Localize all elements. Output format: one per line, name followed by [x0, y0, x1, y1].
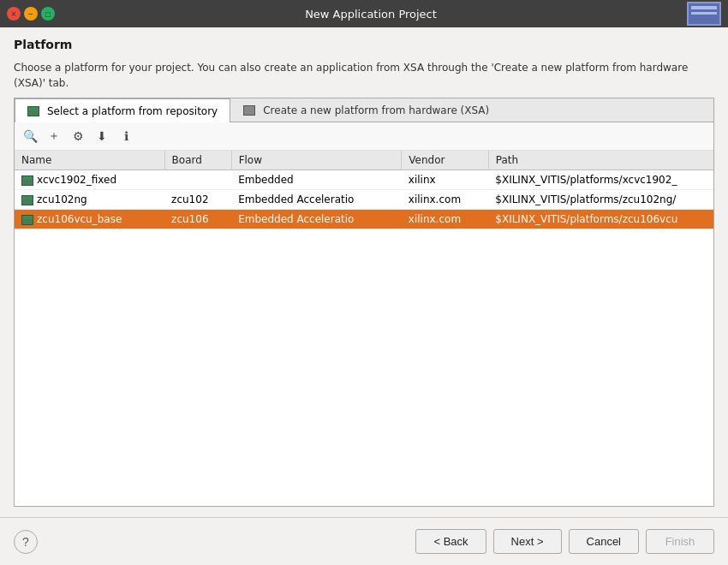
minimize-button[interactable]: −	[24, 7, 38, 21]
maximize-button[interactable]: □	[41, 7, 55, 21]
next-button[interactable]: Next >	[493, 529, 562, 554]
table-row[interactable]: zcu106vcu_basezcu106Embedded Acceleratio…	[15, 210, 713, 229]
cell-board: zcu106	[164, 210, 231, 229]
row-platform-icon	[21, 175, 33, 186]
close-button[interactable]: ×	[7, 7, 21, 21]
table-header-row: Name Board Flow Vendor Path	[15, 151, 713, 170]
col-header-path: Path	[488, 151, 713, 170]
window: × − □ New Application Project Platform C…	[0, 0, 728, 565]
section-title: Platform	[14, 38, 714, 51]
cell-name: zcu106vcu_base	[15, 210, 164, 229]
footer: ? < Back Next > Cancel Finish	[0, 517, 728, 565]
cell-vendor: xilinx.com	[402, 190, 488, 210]
cell-path: $XILINX_VITIS/platforms/zcu106vcu	[488, 210, 713, 229]
back-button[interactable]: < Back	[415, 529, 486, 554]
cell-name: xcvc1902_fixed	[15, 170, 164, 190]
cell-name: zcu102ng	[15, 190, 164, 210]
col-header-flow: Flow	[231, 151, 402, 170]
main-content: Platform Choose a platform for your proj…	[0, 27, 728, 517]
row-platform-icon	[21, 215, 33, 225]
info-button[interactable]: ℹ	[116, 126, 136, 146]
search-button[interactable]: 🔍	[20, 126, 40, 146]
table-row[interactable]: xcvc1902_fixedEmbeddedxilinx$XILINX_VITI…	[15, 170, 713, 190]
col-header-name: Name	[15, 151, 164, 170]
help-button[interactable]: ?	[14, 530, 38, 554]
tab-select-platform-icon	[27, 106, 39, 116]
cell-flow: Embedded	[231, 170, 402, 190]
table-toolbar: 🔍 ＋ ⚙ ⬇ ℹ	[15, 122, 713, 151]
cell-flow: Embedded Acceleratio	[231, 210, 402, 229]
tab-bar: Select a platform from repository Create…	[15, 98, 713, 122]
cell-path: $XILINX_VITIS/platforms/zcu102ng/	[488, 190, 713, 210]
cancel-button[interactable]: Cancel	[569, 529, 639, 554]
tab-create-platform-label: Create a new platform from hardware (XSA…	[263, 104, 489, 116]
window-icon	[687, 2, 721, 26]
titlebar: × − □ New Application Project	[0, 0, 728, 27]
tab-create-platform[interactable]: Create a new platform from hardware (XSA…	[230, 98, 502, 122]
window-title: New Application Project	[62, 8, 680, 21]
cell-board: zcu102	[164, 190, 231, 210]
download-button[interactable]: ⬇	[92, 126, 112, 146]
window-controls: × − □	[7, 7, 55, 21]
platform-table: Name Board Flow Vendor Path xcvc1902_fix…	[15, 151, 713, 506]
add-button[interactable]: ＋	[44, 126, 64, 146]
section-description: Choose a platform for your project. You …	[14, 60, 714, 91]
tab-select-platform-label: Select a platform from repository	[47, 105, 218, 117]
footer-buttons: < Back Next > Cancel Finish	[415, 529, 714, 554]
row-platform-icon	[21, 195, 33, 205]
tab-select-platform[interactable]: Select a platform from repository	[15, 98, 230, 122]
cell-board	[164, 170, 231, 190]
col-header-vendor: Vendor	[402, 151, 488, 170]
col-header-board: Board	[164, 151, 231, 170]
settings-button[interactable]: ⚙	[68, 126, 88, 146]
table-row[interactable]: zcu102ngzcu102Embedded Acceleratioxilinx…	[15, 190, 713, 210]
cell-flow: Embedded Acceleratio	[231, 190, 402, 210]
tab-create-platform-icon	[243, 105, 255, 116]
tab-container: Select a platform from repository Create…	[14, 98, 714, 507]
footer-left: ?	[14, 530, 415, 554]
cell-vendor: xilinx.com	[402, 210, 488, 229]
finish-button[interactable]: Finish	[646, 529, 714, 554]
cell-vendor: xilinx	[402, 170, 488, 190]
cell-path: $XILINX_VITIS/platforms/xcvc1902_	[488, 170, 713, 190]
